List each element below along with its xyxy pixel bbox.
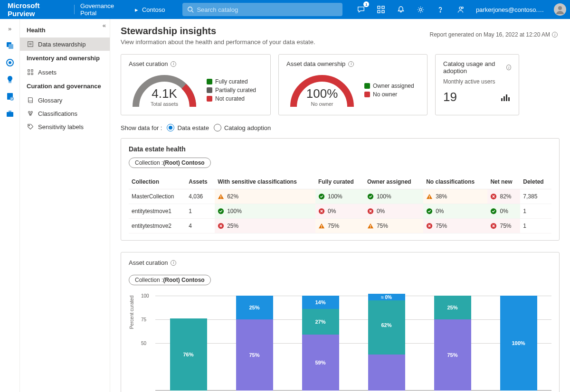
- main-content: Stewardship insights View information ab…: [110, 19, 570, 392]
- breadcrumb-item[interactable]: Governance Portal: [80, 2, 131, 17]
- data-filter-radios: Show data for : Data estateCatalog adopt…: [121, 124, 560, 131]
- table-cell: 62%: [215, 189, 315, 204]
- legend-label: No owner: [373, 91, 397, 98]
- table-cell: 38%: [423, 189, 487, 204]
- table-cell: 75%: [315, 219, 364, 233]
- legend-item: Not curated: [207, 95, 256, 102]
- legend-label: Not curated: [215, 95, 245, 102]
- column-header[interactable]: Deleted: [520, 175, 551, 189]
- svg-rect-49: [370, 227, 370, 228]
- svg-point-9: [462, 7, 463, 8]
- column-header[interactable]: Owner assigned: [364, 175, 423, 189]
- radio-option[interactable]: Catalog adoption: [214, 124, 271, 131]
- bar-segment: 59%: [302, 335, 339, 391]
- breadcrumb: Governance Portal ▸ Contoso: [80, 2, 165, 17]
- person-icon[interactable]: [453, 2, 467, 17]
- y-tick: 75: [141, 317, 146, 322]
- table-row[interactable]: entitytestmove2425%75%75%75%75%1: [129, 219, 551, 233]
- column-header[interactable]: No classifications: [423, 175, 487, 189]
- status-icon: [490, 208, 497, 215]
- svg-point-26: [31, 112, 33, 113]
- rail-item-sources[interactable]: [3, 39, 17, 52]
- legend: Fully curatedPartially curatedNot curate…: [207, 76, 256, 104]
- kpi-value: 100%: [286, 86, 358, 101]
- user-email[interactable]: parkerjones@contoso.c...: [476, 6, 545, 13]
- gear-icon[interactable]: [414, 2, 428, 17]
- breadcrumb-item[interactable]: Contoso: [142, 6, 165, 13]
- rail-item-management[interactable]: [3, 107, 17, 121]
- table-cell: 1: [186, 204, 215, 219]
- status-icon: [318, 208, 325, 215]
- rail-item-policy[interactable]: [3, 90, 17, 103]
- table-cell: entitytestmove2: [129, 219, 186, 233]
- legend-swatch: [207, 96, 212, 102]
- collection-chip[interactable]: Collection : (Root) Contoso: [129, 158, 211, 168]
- table-row[interactable]: MasterCollection4,03662%100%100%38%82%7,…: [129, 189, 551, 204]
- nav-item-icon: [27, 40, 34, 48]
- feedback-icon[interactable]: 1: [354, 2, 368, 17]
- collapse-nav-icon[interactable]: «: [103, 22, 106, 29]
- table-row[interactable]: entitytestmove11100%0%0%0%0%1: [129, 204, 551, 219]
- chart-bar[interactable]: 75%25%: [236, 296, 273, 391]
- health-table: CollectionAssetsWith sensitive classific…: [129, 175, 551, 233]
- column-header[interactable]: Collection: [129, 175, 186, 189]
- nav-item[interactable]: Classifications: [20, 107, 110, 120]
- svg-point-7: [440, 11, 441, 12]
- radio-option[interactable]: Data estate: [167, 124, 209, 131]
- bell-icon[interactable]: [394, 2, 408, 17]
- rail-item-map[interactable]: [3, 56, 17, 69]
- table-cell: 0%: [315, 204, 364, 219]
- kpi-caption: Total assets: [129, 101, 200, 107]
- nav-item-label: Sensitivity labels: [38, 123, 84, 131]
- legend-label: Partially curated: [215, 87, 256, 93]
- column-header[interactable]: Fully curated: [315, 175, 364, 189]
- radio-group-label: Show data for :: [121, 124, 162, 131]
- rail-item-insights[interactable]: [3, 73, 17, 86]
- collection-chip[interactable]: Collection : (Root) Contoso: [129, 275, 211, 285]
- nav-item[interactable]: Sensitivity labels: [20, 120, 110, 133]
- chart-bar[interactable]: 76%: [170, 296, 207, 391]
- svg-rect-19: [9, 111, 11, 112]
- nav-item[interactable]: Assets: [20, 65, 110, 79]
- chart-bar[interactable]: 59%27%14%: [302, 296, 339, 391]
- expand-rail-icon[interactable]: »: [3, 22, 17, 35]
- status-icon: [426, 223, 433, 229]
- legend-item: No owner: [364, 91, 414, 98]
- column-header[interactable]: With sensitive classifications: [215, 175, 315, 189]
- status-icon: [218, 208, 224, 215]
- notification-badge: 1: [363, 1, 369, 7]
- search-box[interactable]: [182, 3, 342, 16]
- grid-icon[interactable]: [374, 2, 388, 17]
- search-input[interactable]: [197, 6, 338, 13]
- status-icon: [367, 223, 374, 229]
- info-icon[interactable]: i: [171, 260, 176, 266]
- svg-rect-47: [321, 227, 322, 228]
- svg-rect-38: [429, 198, 429, 198]
- info-icon[interactable]: i: [552, 32, 558, 37]
- info-icon[interactable]: i: [348, 61, 354, 67]
- table-cell: entitytestmove1: [129, 204, 186, 219]
- nav-item[interactable]: Data stewardship: [20, 37, 110, 51]
- info-icon[interactable]: i: [506, 65, 511, 70]
- legend-label: Fully curated: [215, 78, 248, 85]
- nav-item[interactable]: Glossary: [20, 93, 110, 107]
- help-icon[interactable]: [433, 2, 447, 17]
- info-icon[interactable]: i: [171, 61, 176, 67]
- table-cell: 4,036: [186, 189, 215, 204]
- legend-swatch: [364, 83, 370, 89]
- chart-bar[interactable]: 75%25%: [434, 296, 471, 391]
- avatar[interactable]: [554, 3, 566, 16]
- chart-bar[interactable]: 62%≈ 0%: [368, 296, 405, 391]
- column-header[interactable]: Assets: [186, 175, 215, 189]
- column-header[interactable]: Net new: [487, 175, 520, 189]
- chart-bar[interactable]: 100%: [500, 296, 537, 391]
- svg-point-10: [558, 6, 562, 10]
- svg-point-14: [9, 61, 11, 64]
- svg-point-25: [28, 112, 30, 113]
- kpi-caption: No owner: [286, 101, 358, 107]
- svg-rect-32: [508, 97, 510, 101]
- bar-segment: 100%: [500, 296, 537, 391]
- legend-label: Owner assigned: [373, 83, 414, 89]
- nav-item-label: Data stewardship: [38, 41, 86, 48]
- svg-line-1: [192, 11, 194, 13]
